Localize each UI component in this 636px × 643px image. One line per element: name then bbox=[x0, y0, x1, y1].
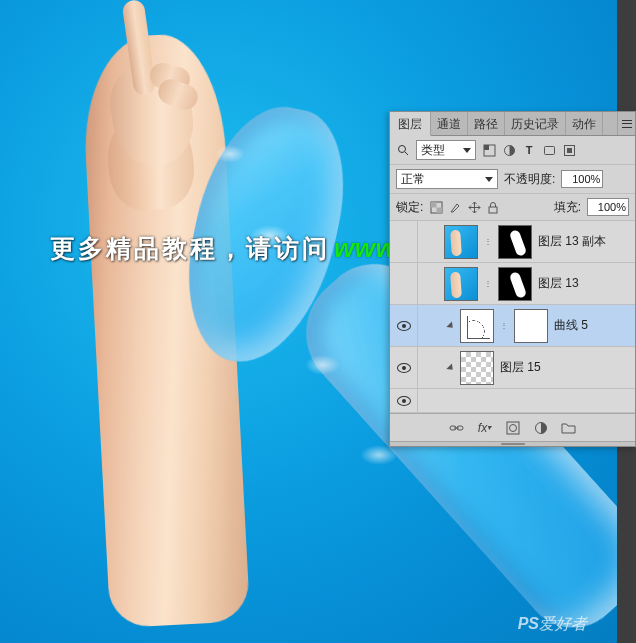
lock-transparency-icon[interactable] bbox=[429, 200, 443, 214]
new-group-icon[interactable] bbox=[561, 420, 577, 436]
svg-rect-15 bbox=[507, 422, 519, 434]
svg-point-16 bbox=[509, 424, 516, 431]
kind-select-label: 类型 bbox=[421, 142, 445, 159]
layer-row[interactable]: ⋮ 曲线 5 bbox=[390, 305, 635, 347]
hand-image bbox=[90, 10, 205, 170]
kind-select[interactable]: 类型 bbox=[416, 140, 476, 160]
lock-label: 锁定: bbox=[396, 199, 423, 216]
tab-actions[interactable]: 动作 bbox=[566, 112, 603, 135]
panel-resize-grip[interactable] bbox=[390, 441, 635, 446]
layer-style-icon[interactable]: fx▾ bbox=[477, 420, 493, 436]
layer-row-partial[interactable] bbox=[390, 389, 635, 413]
mask-thumbnail[interactable] bbox=[498, 225, 532, 259]
visibility-toggle[interactable] bbox=[390, 305, 418, 346]
layer-thumbnail[interactable] bbox=[444, 267, 478, 301]
mask-thumbnail[interactable] bbox=[514, 309, 548, 343]
layers-panel: 图层 通道 路径 历史记录 动作 类型 T 正常 不透明度: bbox=[389, 111, 636, 447]
caret-down-icon bbox=[463, 148, 471, 153]
lock-position-icon[interactable] bbox=[467, 200, 481, 214]
add-mask-icon[interactable] bbox=[505, 420, 521, 436]
clip-arrow-icon bbox=[444, 363, 454, 373]
panel-footer: fx▾ bbox=[390, 413, 635, 441]
visibility-toggle[interactable] bbox=[390, 221, 418, 262]
filter-shape-icon[interactable] bbox=[542, 143, 556, 157]
layer-name-label[interactable]: 图层 13 副本 bbox=[538, 233, 606, 250]
mask-link-icon[interactable]: ⋮ bbox=[484, 237, 492, 246]
filter-adjust-icon[interactable] bbox=[502, 143, 516, 157]
filter-type-icon[interactable]: T bbox=[522, 143, 536, 157]
blend-mode-value: 正常 bbox=[401, 171, 425, 188]
svg-rect-3 bbox=[484, 145, 489, 150]
layer-thumbnail[interactable] bbox=[444, 225, 478, 259]
eye-icon bbox=[397, 321, 411, 331]
new-adjustment-icon[interactable] bbox=[533, 420, 549, 436]
filter-pixel-icon[interactable] bbox=[482, 143, 496, 157]
lock-row: 锁定: 填充: 100% bbox=[390, 194, 635, 221]
panel-tabs: 图层 通道 路径 历史记录 动作 bbox=[390, 112, 635, 136]
opacity-label: 不透明度: bbox=[504, 171, 555, 188]
tab-paths[interactable]: 路径 bbox=[468, 112, 505, 135]
mask-link-icon[interactable]: ⋮ bbox=[484, 279, 492, 288]
tab-channels[interactable]: 通道 bbox=[431, 112, 468, 135]
layer-thumbnail[interactable] bbox=[460, 351, 494, 385]
layer-row[interactable]: 图层 15 bbox=[390, 347, 635, 389]
blend-mode-select[interactable]: 正常 bbox=[396, 169, 498, 189]
visibility-toggle[interactable] bbox=[390, 389, 418, 413]
fill-input[interactable]: 100% bbox=[587, 198, 629, 216]
adjustment-thumbnail[interactable] bbox=[460, 309, 494, 343]
clip-arrow-icon bbox=[444, 321, 454, 331]
svg-line-1 bbox=[405, 152, 408, 155]
filter-row: 类型 T bbox=[390, 136, 635, 165]
fill-label: 填充: bbox=[554, 199, 581, 216]
caret-down-icon bbox=[485, 177, 493, 182]
filter-smart-icon[interactable] bbox=[562, 143, 576, 157]
lock-paint-icon[interactable] bbox=[448, 200, 462, 214]
visibility-toggle[interactable] bbox=[390, 263, 418, 304]
layer-row[interactable]: ⋮ 图层 13 bbox=[390, 263, 635, 305]
svg-rect-11 bbox=[489, 207, 497, 213]
layer-row[interactable]: ⋮ 图层 13 副本 bbox=[390, 221, 635, 263]
watermark: PS爱好者 bbox=[518, 614, 587, 635]
eye-icon bbox=[397, 396, 411, 406]
svg-point-0 bbox=[399, 146, 406, 153]
mask-link-icon[interactable]: ⋮ bbox=[500, 321, 508, 330]
mask-thumbnail[interactable] bbox=[498, 267, 532, 301]
panel-menu-button[interactable] bbox=[617, 112, 635, 135]
link-layers-icon[interactable] bbox=[449, 420, 465, 436]
svg-rect-7 bbox=[567, 148, 572, 153]
promo-text-cn: 更多精品教程，请访问 bbox=[50, 232, 330, 265]
svg-rect-5 bbox=[544, 146, 554, 154]
layer-name-label[interactable]: 图层 13 bbox=[538, 275, 579, 292]
tab-history[interactable]: 历史记录 bbox=[505, 112, 566, 135]
layer-name-label[interactable]: 曲线 5 bbox=[554, 317, 588, 334]
visibility-toggle[interactable] bbox=[390, 347, 418, 388]
tab-layers[interactable]: 图层 bbox=[390, 112, 431, 136]
opacity-input[interactable]: 100% bbox=[561, 170, 603, 188]
filter-kind-icon bbox=[396, 143, 410, 157]
svg-rect-10 bbox=[436, 207, 442, 213]
lock-all-icon[interactable] bbox=[486, 200, 500, 214]
layer-name-label[interactable]: 图层 15 bbox=[500, 359, 541, 376]
blend-row: 正常 不透明度: 100% bbox=[390, 165, 635, 194]
svg-rect-9 bbox=[431, 202, 437, 208]
hamburger-icon bbox=[622, 120, 632, 128]
layer-list: ⋮ 图层 13 副本 ⋮ 图层 13 ⋮ 曲线 bbox=[390, 221, 635, 413]
eye-icon bbox=[397, 363, 411, 373]
